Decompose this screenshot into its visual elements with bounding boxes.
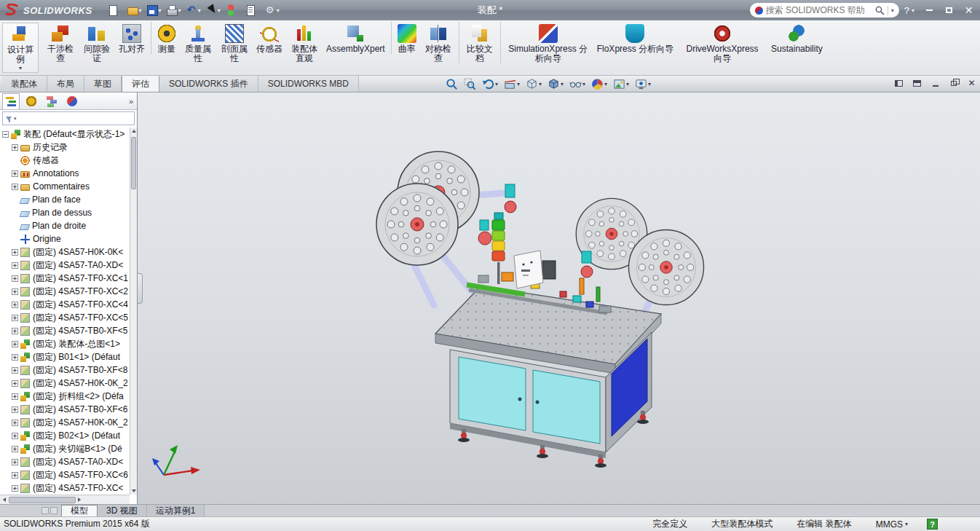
feature-tree-item[interactable]: (固定) 4SA57-TF0-XC<4 — [0, 298, 130, 311]
tree-expander[interactable] — [12, 275, 18, 282]
feature-tree-item[interactable]: Plan de dessus — [0, 206, 130, 219]
maximize-button[interactable] — [939, 2, 959, 18]
tree-expander[interactable] — [12, 367, 18, 374]
tree-expander[interactable] — [12, 433, 18, 439]
tree-vertical-scrollbar[interactable] — [130, 127, 137, 495]
tab-scroll-left-icon[interactable] — [42, 507, 49, 514]
command-tab[interactable]: SOLIDWORKS MBD — [258, 76, 359, 92]
ribbon-button[interactable]: 比较文档 — [462, 22, 501, 63]
tree-expander[interactable] — [12, 144, 18, 151]
feature-tree-item[interactable]: (固定) 4SA57-H0K-0K_2 — [0, 377, 130, 390]
command-tab[interactable]: 草图 — [84, 76, 122, 92]
quick-toolbar-button[interactable]: ▾ — [145, 4, 163, 17]
display-style-button[interactable]: ▾ — [548, 78, 564, 90]
quick-toolbar-button[interactable]: ▾ — [125, 4, 143, 17]
document-tab[interactable]: 3D 视图 — [98, 505, 147, 516]
scrollbar-thumb[interactable] — [9, 497, 76, 503]
tree-expander[interactable] — [12, 328, 18, 334]
ribbon-button[interactable]: AssemblyXpert — [323, 22, 392, 54]
quick-toolbar-button[interactable]: ▾ — [165, 4, 183, 17]
feature-tree-item[interactable]: Annotations — [0, 167, 130, 180]
graphics-area[interactable] — [138, 93, 980, 504]
ribbon-button[interactable]: FloXpress 分析向导 — [593, 22, 677, 54]
display-manager-tab[interactable] — [63, 93, 81, 109]
command-tab[interactable]: 评估 — [122, 76, 159, 92]
feature-tree-item[interactable]: (固定) 4SA57-H0K-0K_2 — [0, 416, 130, 429]
pane-vertical-icon[interactable] — [893, 78, 904, 88]
search-options-chevron-icon[interactable]: ▾ — [891, 7, 894, 14]
section-view-button[interactable]: ▾ — [504, 78, 520, 90]
quick-toolbar-button[interactable]: ▾ — [224, 4, 242, 17]
scroll-down-arrow[interactable] — [131, 488, 137, 494]
feature-tree-item[interactable]: (固定) 4SA57-TF0-XC< — [0, 481, 130, 495]
feature-tree-item[interactable]: (固定) 4SA57-TF0-XC<1 — [0, 272, 130, 285]
zoom-fit-button[interactable] — [446, 78, 458, 90]
document-restore-button[interactable] — [948, 78, 959, 88]
feature-tree-item[interactable]: (固定) 4SA57-TF0-XC<5 — [0, 311, 130, 324]
ribbon-button[interactable]: 装配体直观 — [286, 22, 323, 63]
tab-scroll-right-icon[interactable] — [50, 507, 58, 514]
status-help-icon[interactable]: ? — [927, 519, 938, 530]
search-icon[interactable] — [875, 6, 885, 15]
panel-collapse-handle[interactable] — [138, 273, 143, 304]
feature-manager-tab[interactable] — [2, 93, 20, 109]
tree-expander[interactable] — [12, 354, 18, 361]
cabinet-door-right[interactable] — [533, 370, 600, 444]
view-orientation-button[interactable]: ▾ — [526, 78, 542, 90]
feature-tree-item[interactable]: (固定) 折料组<2> (Défa — [0, 390, 130, 403]
feature-tree-item[interactable]: Commentaires — [0, 180, 130, 193]
edit-appearance-button[interactable]: ▾ — [591, 78, 607, 90]
tree-expander[interactable] — [12, 170, 18, 177]
tree-expander[interactable] — [12, 249, 18, 256]
feature-tree-item[interactable]: (固定) 装配体-总图<1> — [0, 337, 130, 350]
document-minimize-button[interactable] — [930, 78, 941, 88]
feature-tree-item[interactable]: (固定) 4SA57-TB0-XF<8 — [0, 363, 130, 377]
property-manager-tab[interactable] — [23, 93, 40, 109]
tree-expander[interactable] — [12, 288, 18, 295]
ribbon-button[interactable]: 曲率 — [394, 22, 420, 54]
feature-tree-item[interactable]: 传感器 — [0, 154, 130, 167]
feature-tree-item[interactable]: 历史记录 — [0, 141, 130, 154]
command-tab[interactable]: 布局 — [47, 76, 84, 92]
feature-tree-item[interactable]: (固定) 4SA57-H0K-0K< — [0, 245, 130, 259]
tab-scroll-buttons[interactable] — [38, 505, 61, 516]
help-button[interactable]: ? ▾ — [904, 5, 914, 16]
ribbon-button[interactable]: 测量 — [154, 22, 180, 54]
feature-tree-item[interactable]: (固定) B02<1> (Défaut — [0, 429, 130, 442]
ribbon-button[interactable]: 对称检查 — [420, 22, 459, 63]
feature-tree-item[interactable]: Origine — [0, 232, 130, 245]
tree-expander[interactable] — [12, 262, 18, 269]
quick-toolbar-button[interactable]: ↶ ▾ — [184, 4, 202, 17]
tree-expander[interactable] — [12, 472, 18, 479]
tree-expander[interactable] — [12, 459, 18, 465]
command-tab[interactable]: SOLIDWORKS 插件 — [159, 76, 258, 92]
ribbon-button[interactable]: 质量属性 — [180, 22, 216, 63]
search-box[interactable]: ▾ — [750, 3, 899, 17]
pane-horizontal-icon[interactable] — [912, 78, 922, 88]
quick-toolbar-button[interactable]: ⚙ ▾ — [263, 4, 281, 17]
feature-tree-item[interactable]: (固定) 4SA57-TB0-XF<6 — [0, 403, 130, 416]
tree-expander[interactable] — [12, 302, 18, 308]
view-settings-button[interactable]: ▾ — [635, 78, 651, 90]
tree-expander[interactable] — [12, 315, 18, 321]
tree-expander[interactable] — [2, 131, 9, 138]
tree-expander[interactable] — [12, 485, 18, 492]
quick-toolbar-button[interactable]: ▾ — [204, 4, 222, 17]
zoom-area-button[interactable] — [464, 78, 476, 90]
feature-tree-item[interactable]: (固定) 4SA57-TF0-XC<2 — [0, 285, 130, 298]
machine-table[interactable] — [435, 286, 661, 468]
tree-expander[interactable] — [12, 184, 18, 190]
feature-tree-item[interactable]: 装配 (Défaut<显示状态-1> — [0, 127, 130, 141]
more-tabs-button[interactable]: » — [129, 97, 135, 106]
tree-expander[interactable] — [12, 393, 18, 400]
apply-scene-button[interactable]: ▾ — [613, 78, 629, 90]
tree-expander[interactable] — [12, 446, 18, 452]
status-item[interactable]: 大型装配体模式 ▾ — [711, 518, 778, 530]
tree-expander[interactable] — [12, 406, 18, 413]
tree-horizontal-scrollbar[interactable] — [0, 495, 130, 504]
ribbon-button[interactable]: 剖面属性 — [216, 22, 253, 63]
configuration-manager-tab[interactable] — [43, 93, 60, 109]
feature-tree-item[interactable]: Plan de droite — [0, 219, 130, 232]
document-tab[interactable]: 运动算例1 — [147, 505, 205, 516]
ribbon-button[interactable]: Sustainability — [767, 22, 826, 54]
